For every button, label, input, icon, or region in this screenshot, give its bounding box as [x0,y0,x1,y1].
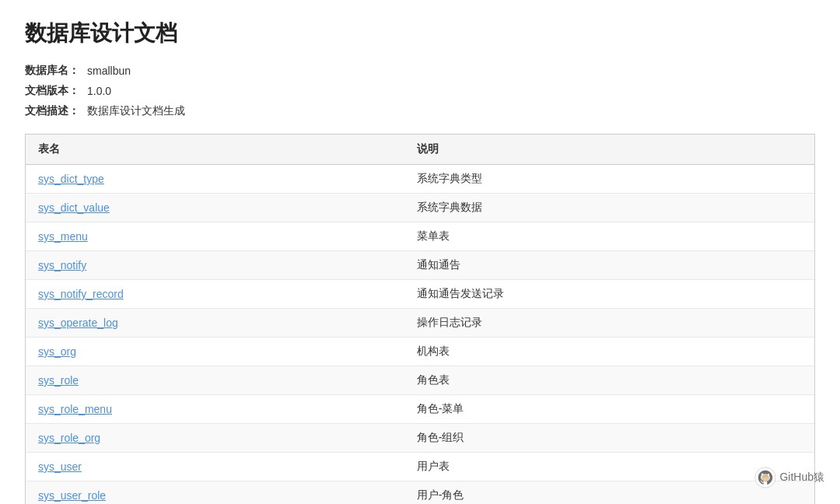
table-row-desc: 系统字典类型 [404,165,814,194]
github-watermark: GitHub猿 [754,467,824,488]
table-row-desc: 机构表 [404,338,814,366]
svg-point-1 [761,474,770,482]
table-row: sys_user用户表 [26,453,814,481]
table-row-name[interactable]: sys_menu [26,222,404,251]
table-row: sys_operate_log操作日志记录 [26,309,814,338]
table-row-desc: 角色-组织 [404,424,814,453]
table-row-desc: 角色-菜单 [404,395,814,424]
table-row-name[interactable]: sys_dict_type [26,165,404,194]
table-row: sys_role角色表 [26,366,814,395]
table-row: sys_role_org角色-组织 [26,424,814,453]
github-watermark-text: GitHub猿 [779,471,824,485]
table-row-desc: 菜单表 [404,222,814,251]
table-row-name[interactable]: sys_notify [26,251,404,280]
table-row-desc: 角色表 [404,366,814,395]
col-header-name: 表名 [26,135,404,165]
svg-point-2 [763,474,766,478]
doc-version-value: 1.0.0 [87,85,111,97]
table-row-desc: 用户-角色 [404,481,814,505]
table-row: sys_notify_record通知通告发送记录 [26,280,814,309]
tables-list: 表名 说明 sys_dict_type系统字典类型sys_dict_value系… [26,135,814,504]
tables-container: 表名 说明 sys_dict_type系统字典类型sys_dict_value系… [25,134,815,504]
table-row: sys_role_menu角色-菜单 [26,395,814,424]
table-row-name[interactable]: sys_dict_value [26,194,404,222]
table-row-name[interactable]: sys_org [26,338,404,366]
col-header-desc: 说明 [404,135,814,165]
db-name-label: 数据库名： [25,64,87,78]
doc-desc-label: 文档描述： [25,104,87,118]
page-title: 数据库设计文档 [25,19,815,48]
table-header-row: 表名 说明 [26,135,814,165]
table-row-name[interactable]: sys_role_org [26,424,404,453]
doc-version-label: 文档版本： [25,84,87,98]
table-row: sys_menu菜单表 [26,222,814,251]
table-row-desc: 通知通告 [404,251,814,280]
table-row: sys_notify通知通告 [26,251,814,280]
table-row-desc: 操作日志记录 [404,309,814,338]
table-row-name[interactable]: sys_role [26,366,404,395]
table-row-desc: 系统字典数据 [404,194,814,222]
table-row: sys_org机构表 [26,338,814,366]
db-name-row: 数据库名： smallbun [25,64,815,78]
table-row-name[interactable]: sys_user [26,453,404,481]
table-row-desc: 通知通告发送记录 [404,280,814,309]
table-row-name[interactable]: sys_notify_record [26,280,404,309]
doc-version-row: 文档版本： 1.0.0 [25,84,815,98]
svg-point-3 [765,474,768,478]
table-row: sys_user_role用户-角色 [26,481,814,505]
meta-section: 数据库名： smallbun 文档版本： 1.0.0 文档描述： 数据库设计文档… [25,64,815,118]
db-name-value: smallbun [87,65,131,77]
table-row: sys_dict_type系统字典类型 [26,165,814,194]
table-row: sys_dict_value系统字典数据 [26,194,814,222]
doc-desc-row: 文档描述： 数据库设计文档生成 [25,104,815,118]
github-icon [754,467,776,488]
table-row-name[interactable]: sys_operate_log [26,309,404,338]
table-row-desc: 用户表 [404,453,814,481]
doc-desc-value: 数据库设计文档生成 [87,104,185,118]
table-row-name[interactable]: sys_user_role [26,481,404,505]
table-row-name[interactable]: sys_role_menu [26,395,404,424]
